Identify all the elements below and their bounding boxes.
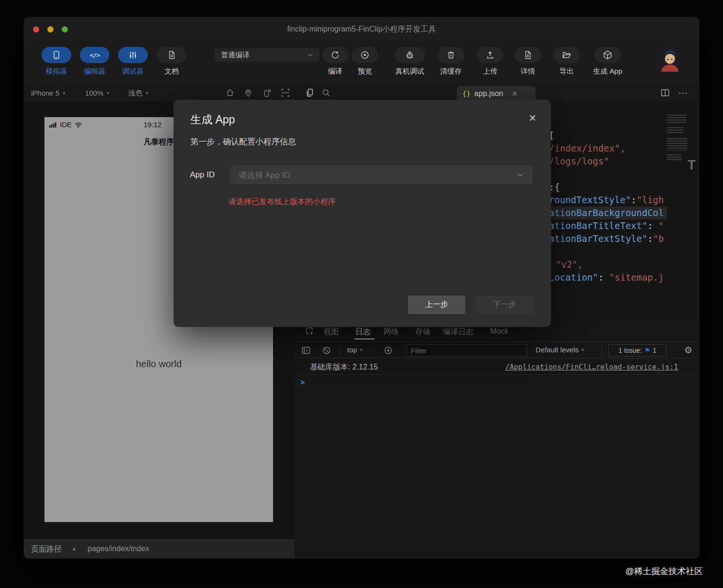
rotate-device-icon[interactable] [263,88,272,98]
flag-icon: ⚑ [644,347,650,354]
compile-label: 编译 [328,67,342,76]
log-levels-select[interactable]: Default levels ▾ [536,346,584,354]
simulator-button[interactable]: 模拟器 [42,47,71,76]
upload-button[interactable]: 上传 [477,47,504,76]
home-icon[interactable] [225,88,235,98]
export-button[interactable]: 导出 [553,47,580,76]
page-path-value: pages/index/index [88,544,149,553]
prev-step-button[interactable]: 上一步 [408,295,465,314]
compile-mode-select[interactable]: 普通编译 [214,48,319,62]
docs-button[interactable]: 文档 [157,47,186,76]
code-text: " [658,220,664,231]
tab-app-json[interactable]: {} app.json ✕ [457,86,536,101]
context-value: top [347,346,357,354]
user-avatar[interactable] [657,47,682,72]
preview-button[interactable]: 预览 [351,47,378,76]
caret-down-icon: ▾ [107,90,109,96]
export-label: 导出 [559,67,574,76]
gear-icon[interactable]: ⚙ [684,345,692,356]
caret-up-icon[interactable]: ▲ [72,546,77,551]
console-tab-network[interactable]: 网络 [383,327,399,337]
chevron-down-icon [516,171,524,179]
code-line: ationBarBackgroundCol [549,207,664,219]
build-app-button[interactable]: 生成 App [593,47,623,76]
eye-icon[interactable] [383,346,393,355]
code-text: : [631,195,636,205]
page-path-bar: 页面路径 ▲ pages/index/index [24,539,295,558]
clear-cache-button[interactable]: 清缓存 [438,47,464,76]
titlebar: finclip-miniprogram5-FinClip小程序开发工具 [24,17,699,40]
code-line: roundTextStyle":"ligh [549,194,664,207]
active-tab-underline [354,338,374,339]
location-pin-icon[interactable] [243,88,253,98]
clear-console-icon[interactable] [322,346,331,355]
code-text: "v2", [556,259,583,270]
docs-label: 文档 [164,67,179,76]
upload-icon [485,50,495,60]
appid-error-message: 请选择已发布线上版本的小程序 [229,197,336,207]
console-prompt-chevron[interactable]: > [300,378,305,387]
next-step-button[interactable]: 下一步 [476,295,533,314]
search-icon[interactable] [321,88,331,98]
appid-placeholder: 请选择 App ID [239,170,516,181]
issues-counter[interactable]: 1 Issue: ⚑ 1 [608,344,667,357]
theme-value: 浅色 [128,88,142,98]
zoom-value: 100% [85,89,103,97]
copy-pages-icon[interactable] [305,88,315,98]
console-panel: 视图 日志 网络 存储 编译日志 Mock top ▾ [295,324,699,558]
code-text: roundTextStyle" [549,195,631,205]
appid-label: App ID [190,170,215,180]
app-window: finclip-miniprogram5-FinClip小程序开发工具 模拟器 … [24,17,699,558]
code-text: "sitemap.j [609,272,664,283]
context-select[interactable]: top ▾ [347,346,362,354]
window-title: finclip-miniprogram5-FinClip小程序开发工具 [24,24,699,34]
theme-select[interactable]: 浅色 ▾ [128,84,148,101]
log-message: 基础库版本: 2.12.15 [310,362,378,372]
zoom-select[interactable]: 100% ▾ [85,84,109,101]
tab-close-icon[interactable]: ✕ [512,90,517,98]
modal-title: 生成 App [190,112,235,127]
filter-input[interactable] [406,344,527,357]
console-tab-mock[interactable]: Mock [490,327,508,336]
caret-down-icon: ▾ [581,347,584,352]
appid-select[interactable]: 请选择 App ID [230,165,533,185]
device-select[interactable]: iPhone 5 ▾ [31,84,65,101]
miniapp-body-text: hello world [44,359,273,370]
code-line: Location": "sitemap.j [549,271,664,284]
inspect-element-icon[interactable] [305,327,315,336]
code-text: ationBarTextStyle" [549,233,647,244]
screen: finclip-miniprogram5-FinClip小程序开发工具 模拟器 … [0,0,723,588]
caret-down-icon: ▾ [360,347,362,352]
remote-debug-button[interactable]: 真机调试 [394,47,425,76]
build-app-label: 生成 App [593,67,623,76]
code-text: "b [653,233,664,244]
split-view-icon[interactable] [660,88,670,98]
debugger-button[interactable]: 调试器 [118,47,148,76]
scan-frame-icon[interactable] [281,88,290,98]
console-tab-storage[interactable]: 存储 [415,327,430,337]
modal-close-icon[interactable]: ✕ [528,112,537,124]
console-tab-log[interactable]: 日志 [355,327,371,337]
compile-button[interactable]: 编译 [322,47,349,76]
control-strip: iPhone 5 ▾ 100% ▾ 浅色 ▾ [24,84,699,101]
code-text: Location" [549,272,598,283]
details-button[interactable]: 详情 [515,47,541,76]
console-tab-compile-log[interactable]: 编译日志 [443,327,473,337]
code-line: /logs/logs" [549,155,609,168]
console-tab-view[interactable]: 视图 [324,327,339,337]
cube-icon [603,50,613,60]
code-line: ationBarTitleText": " [549,219,664,232]
editor-label: 编辑器 [84,67,106,76]
code-text: ationBarTitleText" [549,220,647,231]
code-text: : [598,272,609,283]
editor-button[interactable]: </> 编辑器 [80,47,110,76]
minimap[interactable] [667,115,688,160]
bug-icon [405,50,415,60]
remote-debug-label: 真机调试 [395,67,424,76]
panel-toggle-icon[interactable] [301,346,311,355]
device-value: iPhone 5 [31,89,59,97]
log-source-link[interactable]: /Applications/FinCli…reload-service.js:1 [505,363,678,371]
modal-step-text: 第一步，确认配置小程序信息 [190,136,296,147]
more-icon[interactable]: … [678,85,688,95]
log-levels-value: Default levels [536,346,579,354]
